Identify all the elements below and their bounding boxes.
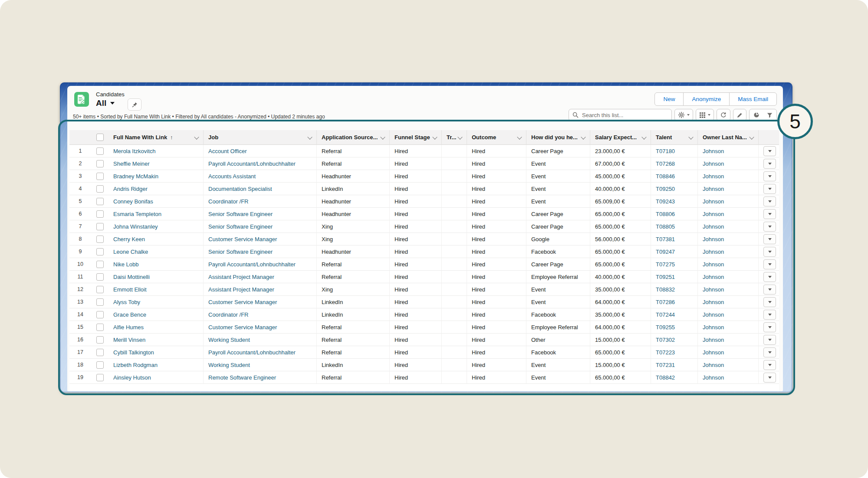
column-chevron-down-icon[interactable] [307,134,312,139]
column-chevron-down-icon[interactable] [581,134,585,139]
cell-job[interactable]: Working Student [204,359,317,371]
row-checkbox[interactable] [96,147,104,155]
cell-job[interactable]: Payroll Accountant/Lohnbuchhalter [204,346,317,359]
row-checkbox[interactable] [96,361,104,369]
cell-name[interactable]: Merill Vinsen [108,334,204,346]
cell-job[interactable]: Remote Software Engineer [204,371,317,384]
row-checkbox[interactable] [96,374,104,381]
row-checkbox[interactable] [96,248,104,255]
cell-job[interactable]: Account Officer [204,145,317,157]
row-actions-button[interactable] [763,184,776,194]
anonymize-button[interactable]: Anonymize [683,92,730,106]
cell-owner[interactable]: Johnson [698,308,759,321]
row-checkbox[interactable] [96,349,104,356]
filter-button[interactable] [763,109,776,121]
cell-job[interactable]: Coordinator /FR [204,195,317,208]
cell-name[interactable]: Merola Itzkovitch [108,145,204,157]
cell-name[interactable]: Cherry Keen [108,233,204,246]
column-header-salary[interactable]: Salary Expect... [590,130,651,145]
row-checkbox[interactable] [96,185,104,193]
cell-talent[interactable]: T09251 [651,271,698,283]
display-as-button[interactable] [696,109,714,121]
cell-owner[interactable]: Johnson [698,258,759,271]
select-all-checkbox[interactable] [96,134,104,141]
row-checkbox[interactable] [96,298,104,306]
cell-talent[interactable]: T09255 [651,321,698,334]
cell-job[interactable]: Documentation Specialist [204,183,317,195]
row-checkbox[interactable] [96,173,104,180]
cell-talent[interactable]: T07381 [651,233,698,246]
cell-owner[interactable]: Johnson [698,208,759,220]
row-actions-button[interactable] [763,259,776,269]
cell-talent[interactable]: T07268 [651,157,698,170]
column-header-how[interactable]: How did you he... [526,130,590,145]
column-chevron-down-icon[interactable] [380,134,385,139]
row-actions-button[interactable] [763,146,776,156]
cell-name[interactable]: Daisi Mottinelli [108,271,204,283]
cell-talent[interactable]: T08832 [651,283,698,296]
cell-owner[interactable]: Johnson [698,183,759,195]
cell-owner[interactable]: Johnson [698,334,759,346]
refresh-button[interactable] [717,109,730,121]
row-actions-button[interactable] [763,285,776,295]
column-header-name[interactable]: Full Name With Link↑ [108,130,204,145]
cell-owner[interactable]: Johnson [698,220,759,233]
cell-job[interactable]: Coordinator /FR [204,308,317,321]
cell-talent[interactable]: T07231 [651,359,698,371]
column-chevron-down-icon[interactable] [749,134,754,139]
row-checkbox[interactable] [96,223,104,230]
list-view-name[interactable]: All [96,98,106,108]
cell-owner[interactable]: Johnson [698,321,759,334]
cell-owner[interactable]: Johnson [698,195,759,208]
cell-talent[interactable]: T08842 [651,371,698,384]
row-actions-button[interactable] [763,222,776,232]
row-actions-button[interactable] [763,209,776,219]
row-actions-button[interactable] [763,310,776,320]
search-box[interactable] [569,109,672,121]
cell-talent[interactable]: T09243 [651,195,698,208]
cell-job[interactable]: Senior Software Engineer [204,246,317,258]
cell-owner[interactable]: Johnson [698,296,759,308]
cell-name[interactable]: Leone Chalke [108,246,204,258]
column-header-funnel[interactable]: Funnel Stage [390,130,442,145]
cell-job[interactable]: Customer Service Manager [204,321,317,334]
row-checkbox[interactable] [96,198,104,205]
cell-job[interactable]: Assistant Project Manager [204,271,317,283]
cell-owner[interactable]: Johnson [698,246,759,258]
charts-button[interactable] [750,109,763,121]
row-actions-button[interactable] [763,335,776,345]
row-actions-button[interactable] [763,234,776,244]
cell-name[interactable]: Bradney McMakin [108,170,204,183]
view-caret-down-icon[interactable] [110,102,115,105]
cell-job[interactable]: Payroll Accountant/Lohnbuchhalter [204,258,317,271]
row-actions-button[interactable] [763,373,776,383]
column-chevron-down-icon[interactable] [641,134,646,139]
cell-job[interactable]: Working Student [204,334,317,346]
row-checkbox[interactable] [96,286,104,293]
cell-name[interactable]: Lizbeth Rodgman [108,359,204,371]
cell-name[interactable]: Andris Ridger [108,183,204,195]
row-checkbox[interactable] [96,273,104,281]
cell-talent[interactable]: T07275 [651,258,698,271]
column-header-owner[interactable]: Owner Last Na... [698,130,759,145]
cell-job[interactable]: Payroll Accountant/Lohnbuchhalter [204,157,317,170]
column-header-job[interactable]: Job [204,130,317,145]
cell-talent[interactable]: T07244 [651,308,698,321]
cell-name[interactable]: Nike Lobb [108,258,204,271]
cell-owner[interactable]: Johnson [698,170,759,183]
cell-talent[interactable]: T09247 [651,246,698,258]
pin-list-button[interactable] [128,98,141,111]
list-view-selector[interactable]: All [96,98,125,108]
row-actions-button[interactable] [763,272,776,282]
row-actions-button[interactable] [763,159,776,169]
column-chevron-down-icon[interactable] [688,134,693,139]
cell-talent[interactable]: T07286 [651,296,698,308]
row-checkbox[interactable] [96,236,104,243]
row-actions-button[interactable] [763,322,776,332]
cell-job[interactable]: Assistant Project Manager [204,283,317,296]
row-checkbox[interactable] [96,160,104,167]
cell-name[interactable]: Cybill Talkington [108,346,204,359]
cell-owner[interactable]: Johnson [698,233,759,246]
cell-name[interactable]: Conney Bonifas [108,195,204,208]
cell-name[interactable]: Esmaria Templeton [108,208,204,220]
